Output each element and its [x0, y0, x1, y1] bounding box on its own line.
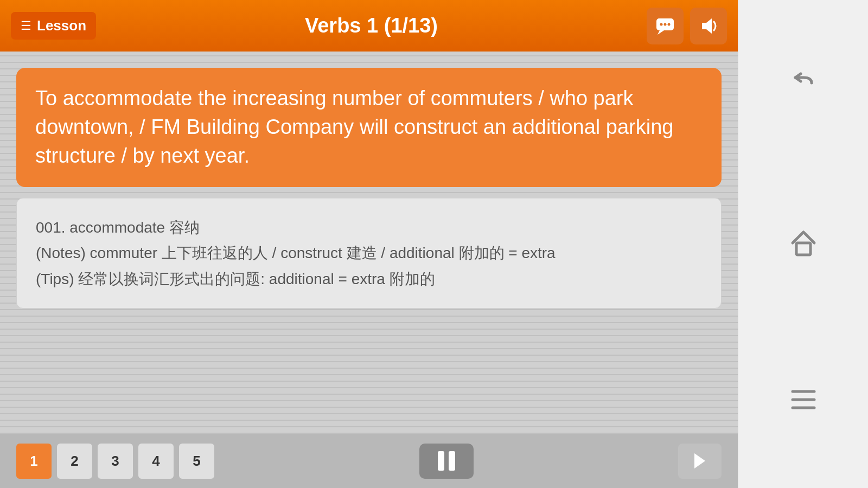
- notes-line1: 001. accommodate 容纳: [36, 215, 702, 241]
- main-area: ☰ Lesson Verbs 1 (1/13): [0, 0, 738, 488]
- lesson-label: Lesson: [37, 17, 86, 34]
- svg-marker-1: [658, 30, 664, 35]
- sidebar: [738, 0, 868, 488]
- header-icons: [647, 8, 727, 44]
- pause-bar-left: [438, 451, 444, 471]
- bottom-bar: 1 2 3 4 5: [0, 434, 738, 488]
- page-4-button[interactable]: 4: [138, 444, 174, 479]
- svg-point-3: [664, 23, 667, 25]
- svg-point-2: [660, 23, 663, 25]
- header: ☰ Lesson Verbs 1 (1/13): [0, 0, 738, 52]
- next-button[interactable]: [678, 444, 722, 479]
- svg-marker-5: [702, 18, 712, 34]
- svg-marker-6: [694, 453, 705, 468]
- audio-button[interactable]: [690, 8, 727, 44]
- home-button[interactable]: [779, 220, 828, 268]
- notes-card: 001. accommodate 容纳 (Notes) commuter 上下班…: [16, 198, 722, 309]
- page-1-button[interactable]: 1: [16, 444, 52, 479]
- pause-bar-right: [449, 451, 455, 471]
- svg-point-4: [668, 23, 671, 25]
- notes-line2: (Notes) commuter 上下班往返的人 / construct 建造 …: [36, 240, 702, 266]
- lesson-icon: ☰: [21, 19, 31, 33]
- content-area: To accommodate the increasing number of …: [0, 52, 738, 434]
- back-button[interactable]: [779, 64, 828, 113]
- sentence-text: To accommodate the increasing number of …: [35, 87, 673, 167]
- notes-text: 001. accommodate 容纳 (Notes) commuter 上下班…: [36, 215, 702, 292]
- pause-button[interactable]: [419, 444, 474, 479]
- page-3-button[interactable]: 3: [98, 444, 133, 479]
- menu-button[interactable]: [779, 375, 828, 424]
- page-5-button[interactable]: 5: [179, 444, 214, 479]
- page-numbers: 1 2 3 4 5: [16, 444, 214, 479]
- page-2-button[interactable]: 2: [57, 444, 92, 479]
- lesson-button[interactable]: ☰ Lesson: [11, 12, 96, 40]
- notes-line3: (Tips) 经常以换词汇形式出的问题: additional = extra …: [36, 266, 702, 292]
- chat-button[interactable]: [647, 8, 684, 44]
- header-title: Verbs 1 (1/13): [96, 14, 647, 37]
- sentence-card: To accommodate the increasing number of …: [16, 68, 722, 187]
- svg-rect-7: [796, 243, 810, 255]
